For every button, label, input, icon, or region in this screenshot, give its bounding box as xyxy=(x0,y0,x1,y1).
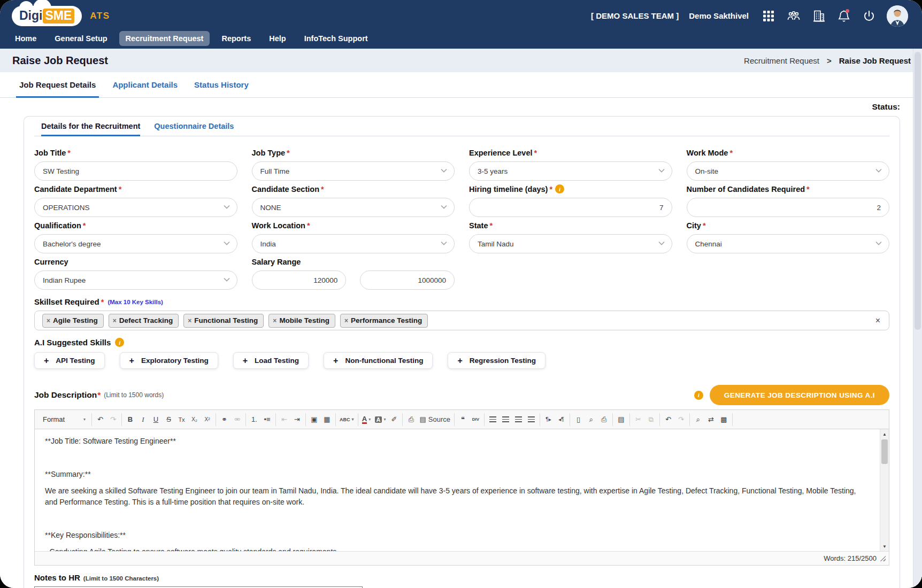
scrollbar-thumb[interactable] xyxy=(881,439,888,464)
replace-icon[interactable]: ⇄ xyxy=(705,414,717,425)
state-select[interactable]: Tamil Nadu xyxy=(469,234,672,253)
job-description-editor: Format▾↶↷BIUSTxX₂X²⚭⚮1.•≡⇤⇥▣▦ABC▾A▾A▾✐⎙▤… xyxy=(34,409,889,566)
nav-item-infotech-support[interactable]: InfoTech Support xyxy=(298,31,374,46)
strikethrough-icon[interactable]: S xyxy=(163,414,174,425)
italic-icon[interactable]: I xyxy=(137,414,149,425)
skillset-chips-box[interactable]: ×Agile Testing ×Defect Tracking ×Functio… xyxy=(34,311,889,330)
undo-icon[interactable]: ↶ xyxy=(95,414,106,425)
city-select[interactable]: Chennai xyxy=(687,234,890,253)
add-skill-button[interactable]: +API Testing xyxy=(34,352,105,369)
job-description-label: Job Description xyxy=(34,390,97,400)
field-candidate-section: Candidate Section* NONE xyxy=(252,184,455,217)
format-dropdown-icon[interactable]: Format▾ xyxy=(40,414,89,425)
table-icon[interactable]: ▦ xyxy=(321,414,333,425)
copy-formatting-icon[interactable]: ✐ xyxy=(388,414,399,425)
underline-icon[interactable]: U xyxy=(150,414,162,425)
page-scrollbar[interactable] xyxy=(913,49,922,588)
undo-secondary-icon[interactable]: ↶ xyxy=(663,414,674,425)
job-type-select[interactable]: Full Time xyxy=(252,161,455,181)
work-location-select[interactable]: India xyxy=(252,234,455,253)
candidates-required-input[interactable] xyxy=(687,198,890,217)
apps-grid-icon[interactable] xyxy=(761,9,776,24)
candidate-department-select[interactable]: OPERATIONS xyxy=(34,198,237,217)
nav-item-home[interactable]: Home xyxy=(9,31,43,46)
nav-item-recruitment-request[interactable]: Recruitment Request xyxy=(119,31,210,46)
tab-status-history[interactable]: Status History xyxy=(194,72,249,97)
experience-level-select[interactable]: 3-5 years xyxy=(469,161,672,181)
new-page-icon[interactable]: ▯ xyxy=(573,414,584,425)
bulleted-list-icon[interactable]: •≡ xyxy=(262,414,273,425)
source-icon[interactable]: ▤Source xyxy=(418,414,451,425)
link-icon[interactable]: ⚭ xyxy=(219,414,230,425)
ai-skills-info-icon[interactable]: i xyxy=(115,338,124,347)
tab-job-request-details[interactable]: Job Request Details xyxy=(19,72,96,97)
add-skill-button[interactable]: +Exploratory Testing xyxy=(120,352,218,369)
nav-item-reports[interactable]: Reports xyxy=(215,31,257,46)
blockquote-icon[interactable]: ❝ xyxy=(457,414,468,425)
scroll-down-icon[interactable]: ▼ xyxy=(880,542,889,551)
dir-rtl-icon[interactable]: ◂¶ xyxy=(556,414,567,425)
nav-item-help[interactable]: Help xyxy=(263,31,292,46)
div-container-icon[interactable]: DIV xyxy=(470,414,481,425)
hiring-timeline-info-icon[interactable]: i xyxy=(555,184,564,194)
indent-icon[interactable]: ⇥ xyxy=(291,414,303,425)
company-icon[interactable] xyxy=(811,9,826,24)
tab-questionnaire-details[interactable]: Questionnaire Details xyxy=(154,117,234,136)
templates-icon[interactable]: ▤ xyxy=(616,414,627,425)
align-justify-icon[interactable] xyxy=(526,414,537,425)
bold-icon[interactable]: B xyxy=(125,414,136,425)
preview-icon[interactable]: ⌕ xyxy=(586,414,597,425)
tab-applicant-details[interactable]: Applicant Details xyxy=(112,72,178,97)
align-left-icon[interactable] xyxy=(487,414,498,425)
remove-chip-icon[interactable]: × xyxy=(113,317,117,324)
add-skill-button[interactable]: +Load Testing xyxy=(233,352,309,369)
align-center-icon[interactable] xyxy=(500,414,511,425)
image-icon[interactable]: ▣ xyxy=(309,414,320,425)
resize-grip[interactable] xyxy=(880,555,886,561)
print-icon[interactable]: ⎙ xyxy=(405,414,417,425)
subscript-icon[interactable]: X₂ xyxy=(189,414,200,425)
add-skill-button[interactable]: +Non-functional Testing xyxy=(324,352,433,369)
currency-select[interactable]: Indian Rupee xyxy=(34,270,237,290)
find-icon[interactable]: ⌕ xyxy=(693,414,704,425)
tab-details-for-recruitment[interactable]: Details for the Recruitment xyxy=(41,117,140,136)
power-icon[interactable] xyxy=(862,9,877,24)
salary-max-input[interactable] xyxy=(360,270,455,290)
remove-format-icon[interactable]: Tx xyxy=(176,414,187,425)
remove-chip-icon[interactable]: × xyxy=(47,317,50,324)
breadcrumb-parent[interactable]: Recruitment Request xyxy=(744,56,819,65)
generate-jd-button[interactable]: GENERATE JOB DESCRIPTION USING A.I xyxy=(710,385,889,405)
work-mode-select[interactable]: On-site xyxy=(687,161,890,181)
groups-icon[interactable] xyxy=(786,9,801,24)
remove-chip-icon[interactable]: × xyxy=(344,317,348,324)
clear-all-skills-icon[interactable]: × xyxy=(875,316,880,326)
add-skill-button[interactable]: +Regression Testing xyxy=(448,352,545,369)
salary-min-input[interactable] xyxy=(252,270,347,290)
generate-info-icon[interactable]: i xyxy=(694,391,703,400)
candidate-section-select[interactable]: NONE xyxy=(252,198,455,217)
user-avatar[interactable] xyxy=(887,5,908,27)
work-mode-label: Work Mode xyxy=(687,149,728,157)
toolbar-group: A▾A▾✐ xyxy=(358,413,403,426)
spellcheck-icon[interactable]: ABC▾ xyxy=(339,414,355,425)
brand-logo: Digi SME ATS xyxy=(12,6,110,26)
select-all-icon[interactable]: ▩ xyxy=(718,414,729,425)
job-title-input[interactable] xyxy=(34,161,237,181)
hiring-timeline-input[interactable] xyxy=(469,198,672,217)
scroll-up-icon[interactable]: ▲ xyxy=(880,430,889,438)
numbered-list-icon[interactable]: 1. xyxy=(249,414,260,425)
remove-chip-icon[interactable]: × xyxy=(188,317,191,324)
align-right-icon[interactable] xyxy=(513,414,524,425)
print-page-icon[interactable]: ⎙ xyxy=(598,414,610,425)
nav-item-general-setup[interactable]: General Setup xyxy=(48,31,113,46)
page-scrollbar-thumb[interactable] xyxy=(915,52,921,330)
bg-color-icon[interactable]: A▾ xyxy=(374,414,387,425)
notifications-bell-icon[interactable] xyxy=(836,9,851,24)
superscript-icon[interactable]: X² xyxy=(202,414,213,425)
text-color-icon[interactable]: A▾ xyxy=(361,414,372,425)
remove-chip-icon[interactable]: × xyxy=(273,317,276,324)
editor-body[interactable]: **Job Title: Software Testing Engineer**… xyxy=(35,429,889,551)
dir-ltr-icon[interactable]: ¶▸ xyxy=(543,414,554,425)
qualification-select[interactable]: Bachelor's degree xyxy=(34,234,237,253)
editor-scrollbar[interactable]: ▲ ▼ xyxy=(880,429,889,551)
